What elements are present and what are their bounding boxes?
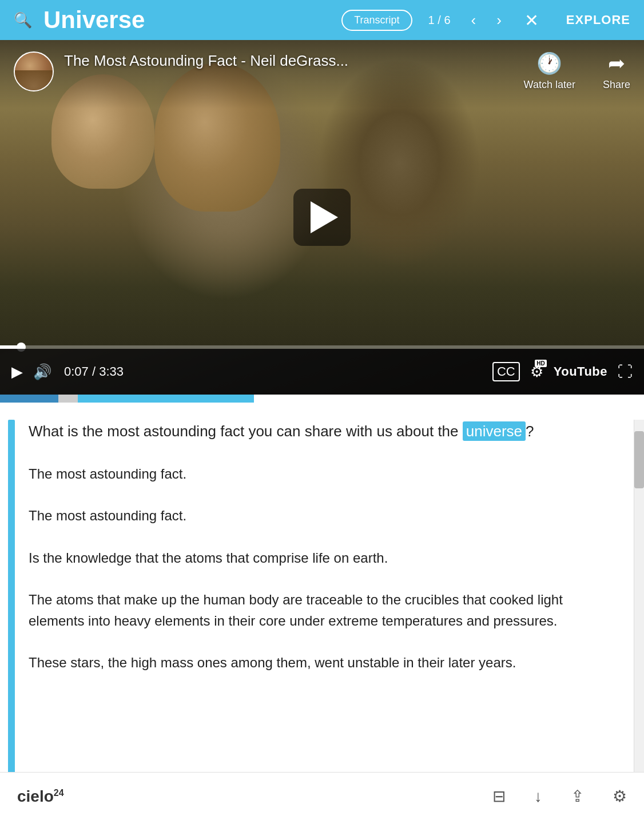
video-controls: ▶ 🔊 0:07 / 3:33 CC ⚙ HD YouTube ⛶: [0, 349, 644, 395]
fullscreen-button[interactable]: ⛶: [618, 363, 633, 381]
youtube-label: YouTube: [554, 364, 607, 379]
transcript-area: What is the most astounding fact you can…: [0, 403, 644, 803]
video-player: The Most Astounding Fact - Neil deGrass.…: [0, 40, 644, 395]
progress-indicators: [0, 395, 644, 403]
progress-segment-5: [254, 395, 644, 403]
transcript-paragraph-4: Is the knowledge that the atoms that com…: [29, 547, 617, 568]
footer-icons: ⊟ ↓ ⇪ ⚙: [492, 787, 627, 806]
share-label: Share: [603, 79, 630, 91]
progress-segment-4: [195, 395, 253, 403]
share-footer-button[interactable]: ⇪: [571, 787, 584, 806]
transcript-paragraph-2: The most astounding fact.: [29, 463, 617, 484]
next-page-button[interactable]: ›: [492, 9, 506, 31]
transcript-left-bar: [8, 420, 15, 786]
settings-button[interactable]: ⚙: [613, 787, 627, 806]
top-navigation: 🔍 Universe Transcript 1 / 6 ‹ › ✕ EXPLOR…: [0, 0, 644, 40]
print-button[interactable]: ⊟: [492, 787, 506, 806]
explore-button[interactable]: EXPLORE: [566, 13, 630, 27]
app-title: Universe: [43, 6, 330, 34]
play-icon: [311, 201, 338, 233]
close-button[interactable]: ✕: [518, 8, 546, 33]
video-title: The Most Astounding Fact - Neil deGrass.…: [64, 51, 514, 71]
footer: cielo24 ⊟ ↓ ⇪ ⚙: [0, 772, 644, 820]
footer-logo: cielo24: [17, 787, 492, 806]
transcript-button[interactable]: Transcript: [341, 10, 412, 31]
share-icon: ➦: [608, 51, 625, 75]
watch-later-button[interactable]: 🕐 Watch later: [524, 51, 575, 91]
progress-segment-1: [0, 395, 58, 403]
transcript-paragraph-6: These stars, the high mass ones among th…: [29, 652, 617, 673]
quality-button[interactable]: ⚙ HD: [530, 363, 543, 381]
watch-later-icon: 🕐: [536, 51, 562, 75]
page-count: 1 / 6: [428, 14, 451, 27]
progress-segment-3: [78, 395, 195, 403]
video-overlay-top: The Most Astounding Fact - Neil deGrass.…: [0, 40, 644, 109]
progress-segment-2: [58, 395, 78, 403]
transcript-paragraph-3: The most astounding fact.: [29, 505, 617, 526]
play-pause-button[interactable]: ▶: [11, 363, 23, 381]
scrollbar-thumb[interactable]: [634, 431, 644, 488]
captions-button[interactable]: CC: [492, 362, 520, 381]
time-display: 0:07 / 3:33: [64, 364, 124, 379]
avatar: [14, 51, 54, 91]
download-button[interactable]: ↓: [534, 787, 542, 806]
watch-later-label: Watch later: [524, 79, 575, 91]
transcript-paragraph-5: The atoms that make up the human body ar…: [29, 589, 617, 631]
prev-page-button[interactable]: ‹: [467, 9, 481, 31]
play-button[interactable]: [293, 189, 351, 246]
hd-badge: HD: [535, 360, 546, 367]
transcript-paragraph-1: What is the most astounding fact you can…: [29, 420, 617, 443]
scrollbar[interactable]: [634, 420, 644, 786]
share-button[interactable]: ➦ Share: [603, 51, 630, 91]
transcript-content: What is the most astounding fact you can…: [15, 420, 634, 786]
highlight-universe: universe: [463, 421, 526, 441]
search-icon[interactable]: 🔍: [14, 11, 32, 29]
volume-button[interactable]: 🔊: [33, 363, 51, 381]
